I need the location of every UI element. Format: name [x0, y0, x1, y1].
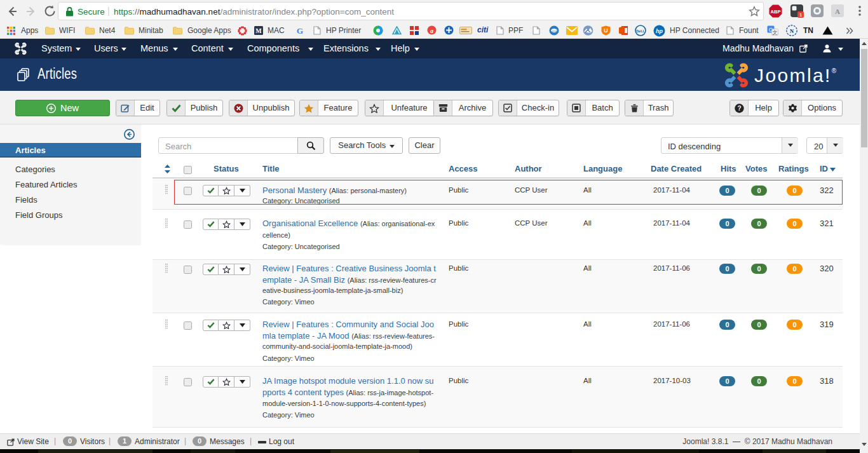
svg-text:U: U	[604, 27, 608, 34]
svg-text:文: 文	[773, 30, 778, 36]
svg-text:A: A	[835, 8, 840, 15]
svg-text:a: a	[430, 27, 433, 34]
svg-text:G: G	[297, 26, 304, 35]
svg-text:ABP: ABP	[771, 9, 781, 15]
svg-text:cloud: cloud	[551, 29, 557, 32]
svg-text:M: M	[255, 27, 262, 34]
svg-text:?: ?	[737, 105, 741, 112]
svg-text:1: 1	[799, 12, 802, 18]
svg-text:hp: hp	[656, 28, 663, 34]
svg-text:N: N	[790, 28, 794, 34]
svg-text:DeLL: DeLL	[636, 29, 645, 33]
